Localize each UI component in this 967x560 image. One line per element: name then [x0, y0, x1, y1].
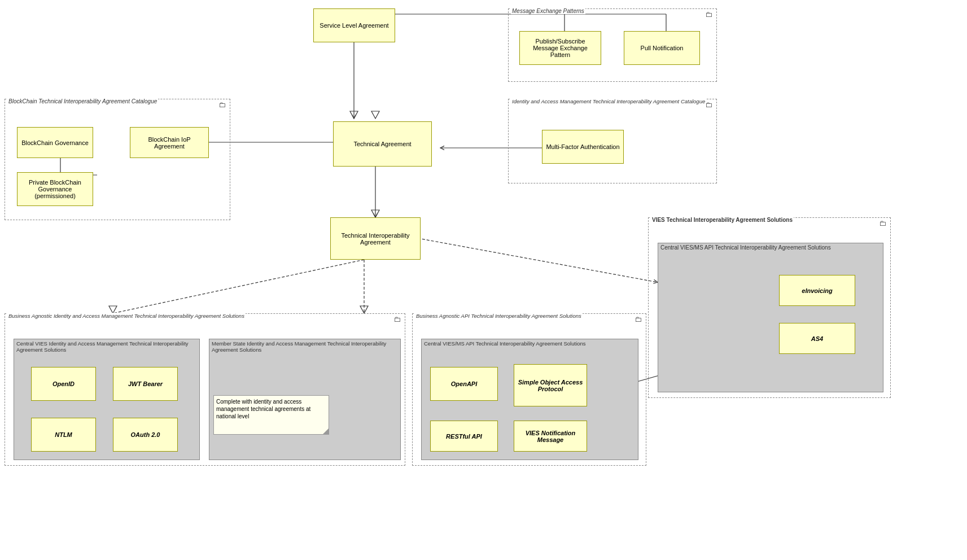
svg-marker-14	[350, 111, 358, 119]
iam-catalogue-label: Identity and Access Management Technical…	[511, 98, 706, 104]
vies-solutions-folder: 🗀	[879, 219, 887, 225]
blockchain-iop-agreement-node: BlockChain IoP Agreement	[130, 127, 209, 158]
oauth-node: OAuth 2.0	[113, 418, 178, 452]
restful-api-node: RESTful API	[430, 421, 498, 452]
private-blockchain-governance-node: Private BlockChain Governance (permissio…	[17, 172, 93, 206]
iam-catalogue-folder: 🗀	[705, 100, 713, 107]
svg-line-10	[113, 260, 364, 313]
vies-notification-node: VIES Notification Message	[514, 421, 587, 452]
technical-interoperability-agreement-node: Technical Interoperability Agreement	[330, 217, 421, 260]
ba-api-folder: 🗀	[635, 315, 642, 321]
blockchain-folder-icon: 🗀	[218, 100, 226, 107]
svg-marker-13	[371, 111, 379, 119]
soap-node: Simple Object Access Protocol	[514, 364, 587, 406]
message-exchange-folder: 🗀	[705, 10, 713, 16]
service-level-agreement-node: Service Level Agreement	[313, 8, 395, 42]
publish-subscribe-node: Publish/Subscribe Message Exchange Patte…	[519, 31, 601, 65]
blockchain-governance-node: BlockChain Governance	[17, 127, 93, 158]
vies-central-inner: Central VIES/MS API Technical Interopera…	[658, 243, 883, 392]
openapi-node: OpenAPI	[430, 367, 498, 401]
as4-node: AS4	[779, 323, 855, 354]
message-exchange-label: Message Exchange Patterns	[511, 8, 585, 14]
jwt-bearer-node: JWT Bearer	[113, 367, 178, 401]
svg-line-8	[418, 238, 658, 282]
ntlm-node: NTLM	[31, 418, 96, 452]
svg-marker-15	[371, 210, 379, 217]
pull-notification-node: Pull Notification	[624, 31, 700, 65]
vies-solutions-label: VIES Technical Interoperability Agreemen…	[651, 217, 794, 223]
central-vies-iam-label: Central VIES Identity and Access Managem…	[16, 340, 199, 353]
ba-iam-label: Business Agnostic Identity and Access Ma…	[7, 313, 246, 319]
note-box: Complete with identity and access manage…	[213, 395, 329, 435]
svg-marker-11	[360, 306, 368, 313]
vies-central-inner-label: Central VIES/MS API Technical Interopera…	[660, 244, 831, 251]
ba-api-label: Business Agnostic API Technical Interope…	[415, 313, 583, 319]
multi-factor-auth-node: Multi-Factor Authentication	[542, 130, 624, 164]
einvoicing-node: eInvoicing	[779, 275, 855, 306]
technical-agreement-node: Technical Agreement	[333, 121, 432, 167]
diagram-container: BlockChain Technical Interoperability Ag…	[0, 0, 967, 560]
member-state-iam-label: Member State Identity and Access Managem…	[212, 340, 400, 353]
ba-iam-folder: 🗀	[393, 315, 401, 321]
openid-node: OpenID	[31, 367, 96, 401]
central-vies-api-label: Central VIES/MS API Technical Interopera…	[424, 340, 586, 347]
blockchain-group-label: BlockChain Technical Interoperability Ag…	[7, 98, 158, 104]
